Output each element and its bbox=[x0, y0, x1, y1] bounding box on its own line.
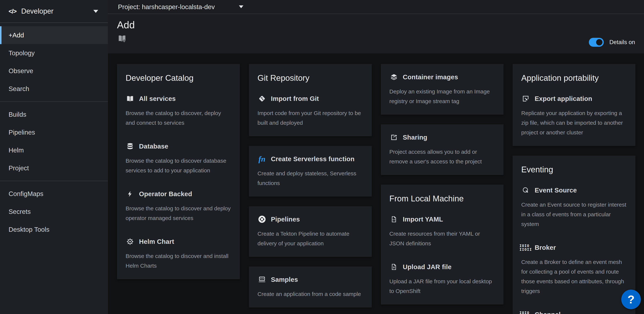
card-title: From Local Machine bbox=[390, 194, 495, 203]
caret-down-icon bbox=[93, 10, 98, 13]
quick-starts-button[interactable] bbox=[117, 33, 127, 43]
serverless-function-card: fn Create Serverless function Create and… bbox=[249, 146, 372, 197]
item-title: All services bbox=[139, 95, 176, 102]
project-bar: Project: harshcasper-localsta-dev bbox=[108, 0, 644, 14]
sidebar: </> Developer +Add Topology Observe Sear… bbox=[0, 0, 108, 314]
project-selector-label: Project: harshcasper-localsta-dev bbox=[118, 3, 215, 10]
broker-item[interactable]: IOIOIIOII Broker Create a Broker to defi… bbox=[521, 243, 627, 296]
details-toggle[interactable] bbox=[589, 38, 604, 47]
question-mark-icon: ? bbox=[628, 293, 635, 306]
sidebar-item-topology[interactable]: Topology bbox=[0, 44, 108, 62]
upload-jar-file-item[interactable]: Upload JAR file Upload a JAR file from y… bbox=[390, 263, 495, 296]
sidebar-item-search[interactable]: Search bbox=[0, 80, 108, 98]
sidebar-item-helm[interactable]: Helm bbox=[0, 141, 108, 159]
sidebar-nav: +Add Topology Observe Search Builds Pipe… bbox=[0, 23, 108, 238]
code-icon: </> bbox=[8, 8, 16, 15]
item-description: Deploy an existing Image from an Image r… bbox=[390, 87, 495, 106]
item-description: Browse the catalog to discover, deploy a… bbox=[126, 108, 231, 128]
item-title: Database bbox=[139, 143, 168, 150]
details-toggle-group: Details on bbox=[589, 38, 635, 47]
helm-wheel-icon bbox=[126, 237, 134, 246]
item-title: Helm Chart bbox=[139, 238, 174, 245]
item-title: Broker bbox=[534, 244, 556, 251]
item-title: Samples bbox=[271, 276, 298, 283]
add-page-content: Developer Catalog All services Browse th… bbox=[108, 53, 644, 314]
sharing-card: Sharing Project access allows you to add… bbox=[381, 124, 504, 175]
laptop-code-icon bbox=[258, 275, 266, 284]
item-description: Browse the catalog to discover database … bbox=[126, 156, 231, 175]
sidebar-item-observe[interactable]: Observe bbox=[0, 62, 108, 80]
sidebar-item-builds[interactable]: Builds bbox=[0, 105, 108, 123]
item-description: Create an application from a code sample bbox=[258, 289, 363, 299]
card-title: Eventing bbox=[521, 165, 627, 174]
sidebar-item-desktop-tools[interactable]: Desktop Tools bbox=[0, 221, 108, 238]
sidebar-item-add[interactable]: +Add bbox=[0, 26, 108, 44]
item-description: Create a Broker to define an event mesh … bbox=[521, 257, 627, 296]
card-column-4: Application portability Export applicati… bbox=[513, 64, 636, 314]
sidebar-item-configmaps[interactable]: ConfigMaps bbox=[0, 185, 108, 203]
git-icon bbox=[258, 94, 266, 103]
item-description: Create and deploy stateless, Serverless … bbox=[258, 169, 363, 188]
card-title: Application portability bbox=[521, 73, 627, 83]
helm-chart-item[interactable]: Helm Chart Browse the catalog to discove… bbox=[126, 237, 231, 271]
export-application-item[interactable]: Export application Replicate your applic… bbox=[521, 94, 627, 137]
book-plus-icon bbox=[118, 34, 127, 43]
database-item[interactable]: Database Browse the catalog to discover … bbox=[126, 142, 231, 175]
toggle-knob-icon bbox=[596, 39, 602, 45]
item-title: Export application bbox=[534, 95, 592, 102]
perspective-switcher[interactable]: </> Developer bbox=[0, 0, 108, 23]
sidebar-item-project[interactable]: Project bbox=[0, 159, 108, 177]
database-icon bbox=[126, 142, 134, 151]
item-title: Pipelines bbox=[271, 216, 300, 223]
sidebar-divider bbox=[0, 181, 108, 181]
perspective-label: Developer bbox=[21, 7, 54, 15]
broker-binary-icon: IOIOIIOII bbox=[521, 243, 530, 252]
import-from-git-item[interactable]: Import from Git Import code from your Gi… bbox=[258, 94, 363, 128]
developer-catalog-card: Developer Catalog All services Browse th… bbox=[117, 64, 240, 279]
item-title: Import YAML bbox=[403, 216, 443, 223]
all-services-item[interactable]: All services Browse the catalog to disco… bbox=[126, 94, 231, 128]
item-title: Container images bbox=[403, 73, 458, 81]
item-description: Create a Tekton Pipeline to automate del… bbox=[258, 229, 363, 248]
item-description: Import code from your Git repository to … bbox=[258, 108, 363, 128]
event-source-item[interactable]: Event Source Create an Event source to r… bbox=[521, 186, 627, 229]
export-icon bbox=[521, 94, 530, 103]
card-column-1: Developer Catalog All services Browse th… bbox=[117, 64, 240, 314]
samples-item[interactable]: Samples Create an application from a cod… bbox=[258, 275, 363, 299]
sidebar-item-secrets[interactable]: Secrets bbox=[0, 203, 108, 221]
item-description: Browse the catalog to discover and insta… bbox=[126, 251, 231, 271]
channel-binary-icon: IOIOIIOII bbox=[521, 310, 530, 314]
sharing-item[interactable]: Sharing Project access allows you to add… bbox=[390, 133, 495, 166]
item-description: Upload a JAR file from your local deskto… bbox=[390, 277, 495, 296]
page-header: Add Details on bbox=[108, 14, 644, 53]
card-title: Git Repository bbox=[258, 73, 363, 83]
sidebar-divider bbox=[0, 101, 108, 102]
help-button[interactable]: ? bbox=[621, 290, 641, 309]
sidebar-item-pipelines[interactable]: Pipelines bbox=[0, 123, 108, 141]
serverless-fn-icon: fn bbox=[258, 154, 266, 163]
import-yaml-item[interactable]: Import YAML Create resources from their … bbox=[390, 215, 495, 248]
project-selector[interactable]: Project: harshcasper-localsta-dev bbox=[118, 3, 243, 10]
caret-down-icon bbox=[239, 5, 243, 8]
create-serverless-function-item[interactable]: fn Create Serverless function Create and… bbox=[258, 154, 363, 188]
card-column-2: Git Repository Import from Git bbox=[249, 64, 372, 314]
container-images-card: Container images Deploy an existing Imag… bbox=[381, 64, 504, 115]
file-upload-icon bbox=[390, 263, 398, 271]
from-local-machine-card: From Local Machine Import YAML Create re bbox=[381, 185, 504, 305]
channel-item[interactable]: IOIOIIOII Channel Create a Knative Chann… bbox=[521, 310, 627, 314]
main-area: Project: harshcasper-localsta-dev Add De… bbox=[108, 0, 644, 314]
container-images-item[interactable]: Container images Deploy an existing Imag… bbox=[390, 73, 495, 106]
card-title: Developer Catalog bbox=[126, 73, 231, 83]
item-description: Project access allows you to add or remo… bbox=[390, 147, 495, 166]
operator-backed-item[interactable]: Operator Backed Browse the catalog to di… bbox=[126, 190, 231, 223]
item-description: Browse the catalog to discover and deplo… bbox=[126, 204, 231, 223]
item-title: Event Source bbox=[534, 187, 577, 194]
layers-icon bbox=[390, 73, 398, 81]
item-title: Create Serverless function bbox=[271, 155, 354, 163]
item-description: Create an Event source to register inter… bbox=[521, 200, 627, 229]
pipelines-item[interactable]: Pipelines Create a Tekton Pipeline to au… bbox=[258, 215, 363, 248]
file-code-icon bbox=[390, 215, 398, 224]
page-title: Add bbox=[117, 19, 636, 30]
card-column-3: Container images Deploy an existing Imag… bbox=[381, 64, 504, 314]
item-title: Operator Backed bbox=[139, 190, 192, 198]
